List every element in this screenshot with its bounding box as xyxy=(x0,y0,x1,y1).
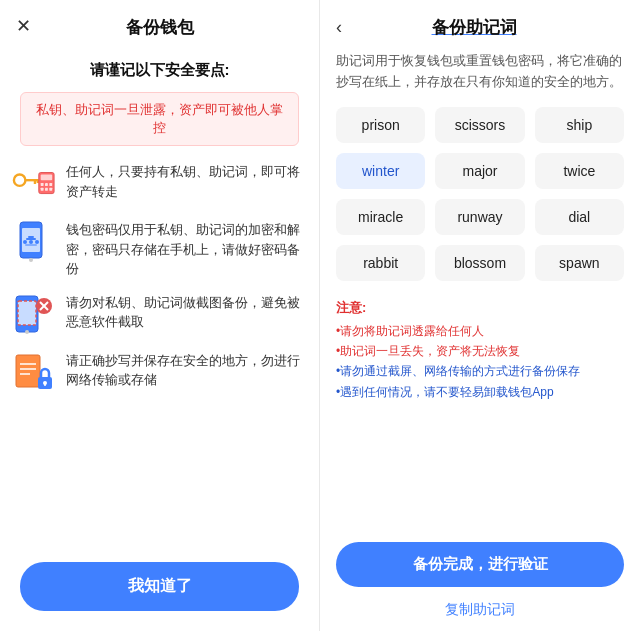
svg-rect-6 xyxy=(41,183,44,186)
warning-banner: 私钥、助记词一旦泄露，资产即可被他人掌控 xyxy=(20,92,299,146)
security-item-2: 钱包密码仅用于私钥、助记词的加密和解密，密码只存储在手机上，请做好密码备份 xyxy=(12,220,307,279)
word-chip: twice xyxy=(535,153,624,189)
security-item-4-text: 请正确抄写并保存在安全的地方，勿进行网络传输或存储 xyxy=(66,351,307,390)
note-safe-icon xyxy=(12,351,56,395)
security-item-1: 任何人，只要持有私钥、助记词，即可将资产转走 xyxy=(12,162,307,206)
i-know-button[interactable]: 我知道了 xyxy=(20,562,299,611)
word-chip: major xyxy=(435,153,524,189)
notes-item: 请勿将助记词透露给任何人 xyxy=(336,321,624,341)
security-item-1-text: 任何人，只要持有私钥、助记词，即可将资产转走 xyxy=(66,162,307,201)
svg-rect-8 xyxy=(49,183,52,186)
word-chip: spawn xyxy=(535,245,624,281)
svg-rect-14 xyxy=(28,236,34,238)
svg-point-16 xyxy=(29,258,33,262)
svg-rect-22 xyxy=(18,301,36,325)
notes-item: 遇到任何情况，请不要轻易卸载钱包App xyxy=(336,382,624,402)
svg-point-19 xyxy=(35,240,39,244)
word-chip: rabbit xyxy=(336,245,425,281)
security-item-2-text: 钱包密码仅用于私钥、助记词的加密和解密，密码只存储在手机上，请做好密码备份 xyxy=(66,220,307,279)
key-wallet-icon xyxy=(12,162,56,206)
close-icon[interactable]: ✕ xyxy=(16,15,31,37)
svg-rect-7 xyxy=(45,183,48,186)
word-chip: blossom xyxy=(435,245,524,281)
security-item-4: 请正确抄写并保存在安全的地方，勿进行网络传输或存储 xyxy=(12,351,307,395)
right-header: ‹ 备份助记词 xyxy=(320,0,640,51)
svg-point-17 xyxy=(23,240,27,244)
svg-rect-20 xyxy=(25,244,37,246)
right-panel: ‹ 备份助记词 助记词用于恢复钱包或重置钱包密码，将它准确的抄写在纸上，并存放在… xyxy=(320,0,640,631)
word-chip: dial xyxy=(535,199,624,235)
svg-point-18 xyxy=(29,240,33,244)
security-list: 任何人，只要持有私钥、助记词，即可将资产转走 钱包密码仅用于私钥、助记词 xyxy=(0,162,319,548)
svg-point-27 xyxy=(25,330,29,334)
right-bottom: 备份完成，进行验证 复制助记词 xyxy=(320,532,640,631)
left-bottom: 我知道了 xyxy=(0,548,319,631)
phone-lock-icon xyxy=(12,220,56,264)
left-title: 备份钱包 xyxy=(126,16,194,39)
notes-title: 注意: xyxy=(336,299,624,317)
security-item-3: 请勿对私钥、助记词做截图备份，避免被恶意软件截取 xyxy=(12,293,307,337)
word-chip: prison xyxy=(336,107,425,143)
word-chip: miracle xyxy=(336,199,425,235)
notes-item: 请勿通过截屏、网络传输的方式进行备份保存 xyxy=(336,361,624,381)
left-panel: ✕ 备份钱包 请谨记以下安全要点: 私钥、助记词一旦泄露，资产即可被他人掌控 xyxy=(0,0,320,631)
phone-scissors-icon xyxy=(12,293,56,337)
svg-point-0 xyxy=(14,174,25,185)
svg-rect-9 xyxy=(41,188,44,191)
word-chip: ship xyxy=(535,107,624,143)
right-description: 助记词用于恢复钱包或重置钱包密码，将它准确的抄写在纸上，并存放在只有你知道的安全… xyxy=(320,51,640,107)
copy-mnemonic-button[interactable]: 复制助记词 xyxy=(336,597,624,623)
svg-rect-28 xyxy=(16,355,40,387)
notes-item: 助记词一旦丢失，资产将无法恢复 xyxy=(336,341,624,361)
notes-section: 注意: 请勿将助记词透露给任何人助记词一旦丢失，资产将无法恢复请勿通过截屏、网络… xyxy=(320,295,640,413)
svg-rect-15 xyxy=(26,238,36,240)
back-icon[interactable]: ‹ xyxy=(336,17,342,38)
word-chip: runway xyxy=(435,199,524,235)
left-subtitle: 请谨记以下安全要点: xyxy=(90,61,230,80)
svg-rect-10 xyxy=(45,188,48,191)
right-title: 备份助记词 xyxy=(350,16,598,39)
word-chip: scissors xyxy=(435,107,524,143)
left-header: ✕ 备份钱包 xyxy=(0,0,319,51)
complete-button[interactable]: 备份完成，进行验证 xyxy=(336,542,624,587)
word-grid: prisonscissorsshipwintermajortwicemiracl… xyxy=(320,107,640,295)
svg-rect-11 xyxy=(49,188,52,191)
word-chip: winter xyxy=(336,153,425,189)
security-item-3-text: 请勿对私钥、助记词做截图备份，避免被恶意软件截取 xyxy=(66,293,307,332)
svg-rect-5 xyxy=(41,174,52,180)
